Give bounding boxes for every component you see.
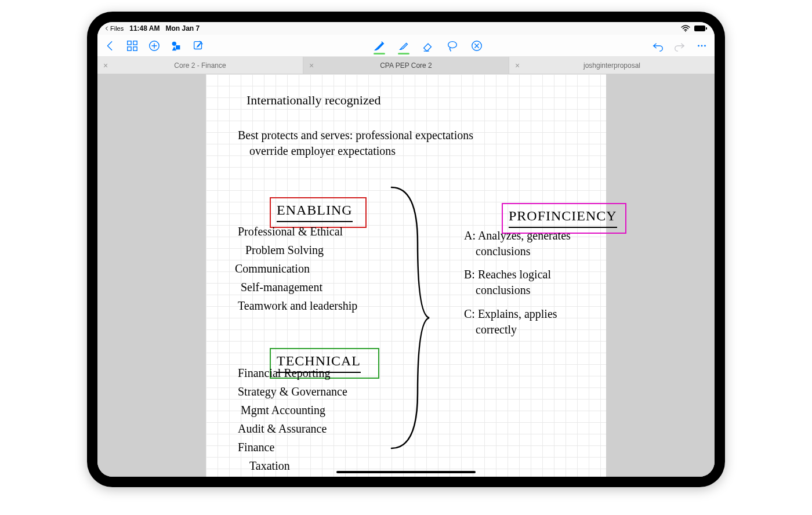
- svg-point-12: [448, 41, 457, 48]
- proficiency-level: C: Explains, applies correctly: [464, 306, 557, 338]
- shapes-icon[interactable]: [169, 39, 183, 53]
- handwriting-line: Best protects and serves: professional e…: [238, 128, 473, 159]
- technical-item: Audit & Assurance: [238, 421, 327, 437]
- svg-rect-1: [694, 26, 705, 31]
- status-bar: Files 11:48 AM Mon Jan 7: [97, 22, 715, 35]
- technical-item: Finance: [238, 440, 274, 455]
- lasso-tool-icon[interactable]: [445, 39, 459, 53]
- svg-point-8: [172, 41, 176, 45]
- redo-icon[interactable]: [673, 39, 687, 53]
- document-tab-bar: × Core 2 - Finance × CPA PEP Core 2 × jo…: [97, 57, 715, 74]
- breadcrumb-app-label: Files: [110, 25, 124, 32]
- svg-point-0: [685, 31, 686, 32]
- enabling-heading: ENABLING: [277, 201, 353, 222]
- technical-item: Strategy & Governance: [238, 384, 347, 400]
- enabling-item: Self-management: [241, 280, 322, 295]
- close-tab-icon[interactable]: ×: [103, 61, 108, 70]
- status-time: 11:48 AM: [129, 24, 160, 32]
- ipad-screen: Files 11:48 AM Mon Jan 7: [97, 22, 715, 477]
- svg-rect-9: [176, 45, 180, 49]
- tab-label: joshginterproposal: [583, 61, 640, 70]
- document-tab[interactable]: × joshginterproposal: [509, 57, 715, 74]
- svg-rect-3: [128, 41, 131, 44]
- enabling-item: Communication: [235, 261, 310, 277]
- app-toolbar: [97, 35, 715, 57]
- breadcrumb-back-to-app[interactable]: Files: [104, 25, 124, 32]
- highlighter-tool-icon[interactable]: [397, 39, 411, 53]
- home-indicator[interactable]: [336, 471, 476, 473]
- svg-point-14: [698, 45, 699, 46]
- undo-icon[interactable]: [651, 39, 665, 53]
- document-tab[interactable]: × CPA PEP Core 2: [303, 57, 509, 74]
- enabling-item: Teamwork and leadership: [238, 298, 357, 314]
- more-options-icon[interactable]: [695, 39, 709, 53]
- grid-view-icon[interactable]: [125, 39, 139, 53]
- technical-item: Financial Reporting: [238, 365, 330, 381]
- add-page-icon[interactable]: [147, 39, 161, 53]
- svg-marker-10: [172, 46, 176, 50]
- svg-point-15: [701, 45, 703, 46]
- curly-brace: [386, 184, 432, 451]
- proficiency-heading: PROFINCIENCY: [509, 206, 617, 227]
- enabling-item: Professional & Ethical: [238, 224, 343, 240]
- svg-rect-2: [706, 27, 707, 30]
- close-tab-icon[interactable]: ×: [515, 61, 520, 70]
- wifi-icon: [681, 25, 690, 32]
- enabling-item: Problem Solving: [245, 242, 324, 258]
- compose-icon[interactable]: [191, 39, 205, 53]
- svg-rect-5: [128, 46, 131, 50]
- svg-rect-6: [133, 46, 137, 50]
- ipad-device-frame: Files 11:48 AM Mon Jan 7: [87, 12, 725, 487]
- battery-icon: [694, 25, 708, 32]
- tab-label: Core 2 - Finance: [174, 61, 226, 70]
- proficiency-level: A: Analyzes, generates conclusions: [464, 228, 571, 259]
- technical-item: Taxation: [249, 458, 290, 474]
- proficiency-level: B: Reaches logical conclusions: [464, 267, 551, 298]
- handwriting-line: Internationally recognized: [246, 92, 381, 109]
- pen-tool-icon[interactable]: [372, 39, 386, 53]
- document-tab[interactable]: × Core 2 - Finance: [97, 57, 303, 74]
- note-canvas-area[interactable]: Internationally recognized Best protects…: [97, 74, 715, 477]
- status-date: Mon Jan 7: [165, 24, 200, 32]
- svg-point-16: [704, 45, 706, 46]
- note-page[interactable]: Internationally recognized Best protects…: [206, 74, 606, 477]
- eraser-tool-icon[interactable]: [421, 39, 435, 53]
- tab-label: CPA PEP Core 2: [380, 61, 432, 70]
- clear-tool-icon[interactable]: [470, 39, 484, 53]
- back-button[interactable]: [103, 39, 117, 53]
- close-tab-icon[interactable]: ×: [309, 61, 314, 70]
- technical-item: Mgmt Accounting: [241, 402, 325, 418]
- svg-rect-4: [133, 41, 137, 44]
